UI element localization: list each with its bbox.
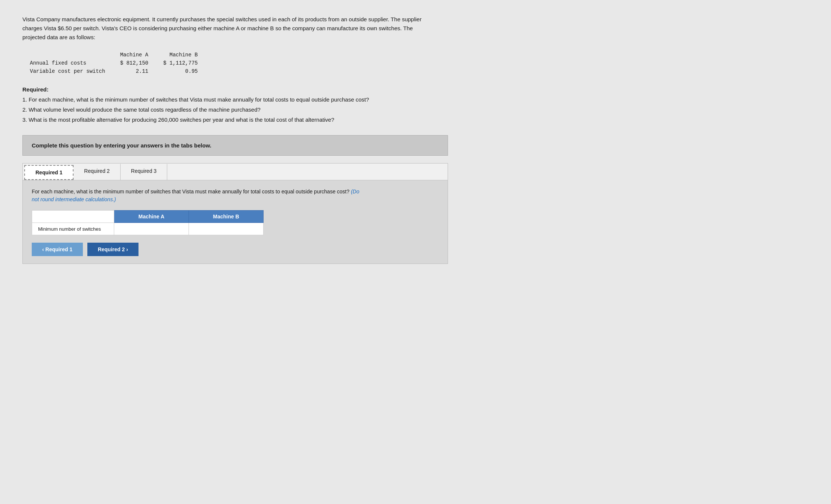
required-section: Required: 1. For each machine, what is t… [22, 84, 433, 125]
nav-buttons: ‹ Required 1 Required 2 › [32, 243, 439, 256]
required-heading: Required: [22, 86, 49, 93]
row-col1-fixed: $ 812,150 [113, 59, 156, 67]
machine-b-input-cell[interactable] [189, 223, 264, 235]
required-item-2: 2. What volume level would produce the s… [22, 106, 261, 113]
row-label-variable: Variable cost per switch [22, 67, 113, 75]
machine-a-input[interactable] [114, 223, 189, 235]
required-item-3: 3. What is the most profitable alternati… [22, 116, 334, 123]
required-item-1: 1. For each machine, what is the minimum… [22, 96, 369, 103]
tabs-row: Required 1 Required 2 Required 3 [23, 164, 448, 180]
prev-arrow: ‹ [42, 246, 44, 252]
answer-col2-header: Machine B [189, 211, 264, 223]
data-table-wrapper: Machine A Machine B Annual fixed costs $… [22, 51, 809, 75]
row-label-fixed: Annual fixed costs [22, 59, 113, 67]
prev-button[interactable]: ‹ Required 1 [32, 243, 83, 256]
prev-button-label: Required 1 [46, 246, 72, 252]
next-arrow: › [126, 246, 128, 252]
tabs-container: Required 1 Required 2 Required 3 For eac… [22, 163, 448, 264]
tab-required1-label: Required 1 [35, 169, 62, 175]
tab-required1[interactable]: Required 1 [24, 165, 74, 180]
machine-a-input-cell[interactable] [114, 223, 189, 235]
answer-table-wrapper: Machine A Machine B Minimum number of sw… [32, 210, 439, 235]
table-row: Annual fixed costs $ 812,150 $ 1,112,775 [22, 59, 205, 67]
next-button-label: Required 2 [98, 246, 125, 252]
row-col2-variable: 0.95 [156, 67, 205, 75]
tab-required2[interactable]: Required 2 [74, 164, 121, 180]
answer-row-label: Minimum number of switches [32, 223, 114, 235]
tab-required3-label: Required 3 [131, 168, 157, 174]
col2-header: Machine B [156, 51, 205, 59]
answer-col1-header: Machine A [114, 211, 189, 223]
answer-table: Machine A Machine B Minimum number of sw… [32, 210, 264, 235]
row-col2-fixed: $ 1,112,775 [156, 59, 205, 67]
machine-b-input[interactable] [189, 223, 263, 235]
table-row: Variable cost per switch 2.11 0.95 [22, 67, 205, 75]
answer-table-row: Minimum number of switches [32, 223, 264, 235]
col1-header: Machine A [113, 51, 156, 59]
tab-question-text: For each machine, what is the minimum nu… [32, 189, 349, 195]
tab-content: For each machine, what is the minimum nu… [23, 180, 448, 264]
row-col1-variable: 2.11 [113, 67, 156, 75]
intro-text: Vista Company manufactures electronic eq… [22, 15, 433, 42]
next-button[interactable]: Required 2 › [87, 243, 138, 256]
tab-question: For each machine, what is the minimum nu… [32, 188, 368, 203]
data-table: Machine A Machine B Annual fixed costs $… [22, 51, 205, 75]
complete-banner: Complete this question by entering your … [22, 135, 448, 156]
complete-banner-text: Complete this question by entering your … [32, 142, 211, 149]
tab-required3[interactable]: Required 3 [121, 164, 168, 180]
tab-required2-label: Required 2 [84, 168, 110, 174]
